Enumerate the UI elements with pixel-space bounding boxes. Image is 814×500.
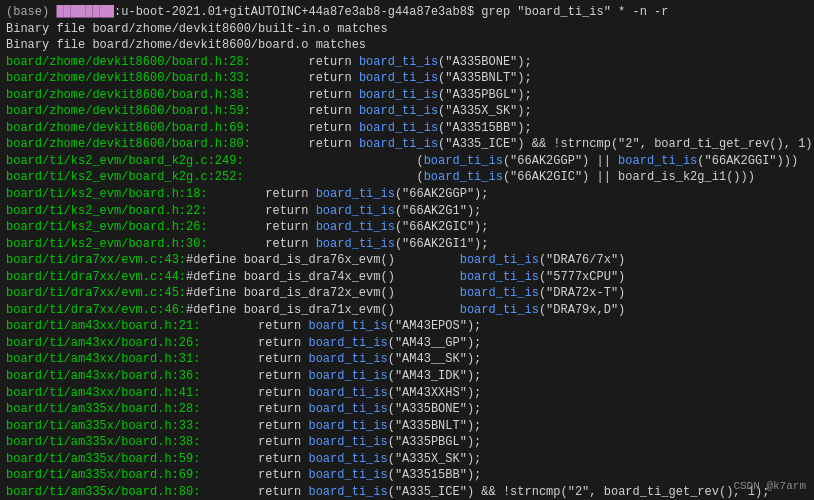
code-line-10: board/ti/ks2_evm/board.h:22: return boar…	[6, 203, 808, 220]
binary-line-2: Binary file board/zhome/devkit8600/board…	[6, 37, 808, 54]
terminal: (base) ████████:u-boot-2021.01+gitAUTOIN…	[0, 0, 814, 500]
code-line-25: board/ti/am335x/board.h:59: return board…	[6, 451, 808, 468]
prompt-line: (base) ████████:u-boot-2021.01+gitAUTOIN…	[6, 4, 808, 21]
code-line-4: board/zhome/devkit8600/board.h:59: retur…	[6, 103, 808, 120]
code-line-13: board/ti/dra7xx/evm.c:43:#define board_i…	[6, 252, 808, 269]
code-line-19: board/ti/am43xx/board.h:31: return board…	[6, 351, 808, 368]
code-line-5: board/zhome/devkit8600/board.h:69: retur…	[6, 120, 808, 137]
binary-line-1: Binary file board/zhome/devkit8600/built…	[6, 21, 808, 38]
code-line-16: board/ti/dra7xx/evm.c:46:#define board_i…	[6, 302, 808, 319]
code-line-24: board/ti/am335x/board.h:38: return board…	[6, 434, 808, 451]
code-line-8: board/ti/ks2_evm/board_k2g.c:252: (board…	[6, 169, 808, 186]
code-line-3: board/zhome/devkit8600/board.h:38: retur…	[6, 87, 808, 104]
code-line-26: board/ti/am335x/board.h:69: return board…	[6, 467, 808, 484]
prompt-user: ████████	[56, 4, 114, 21]
code-line-12: board/ti/ks2_evm/board.h:30: return boar…	[6, 236, 808, 253]
code-line-6: board/zhome/devkit8600/board.h:80: retur…	[6, 136, 808, 153]
code-line-23: board/ti/am335x/board.h:33: return board…	[6, 418, 808, 435]
code-line-1: board/zhome/devkit8600/board.h:28: retur…	[6, 54, 808, 71]
code-line-2: board/zhome/devkit8600/board.h:33: retur…	[6, 70, 808, 87]
code-line-22: board/ti/am335x/board.h:28: return board…	[6, 401, 808, 418]
code-line-14: board/ti/dra7xx/evm.c:44:#define board_i…	[6, 269, 808, 286]
code-line-20: board/ti/am43xx/board.h:36: return board…	[6, 368, 808, 385]
code-line-9: board/ti/ks2_evm/board.h:18: return boar…	[6, 186, 808, 203]
code-line-15: board/ti/dra7xx/evm.c:45:#define board_i…	[6, 285, 808, 302]
watermark: CSDN @k7arm	[733, 480, 806, 492]
code-line-7: board/ti/ks2_evm/board_k2g.c:249: (board…	[6, 153, 808, 170]
code-line-17: board/ti/am43xx/board.h:21: return board…	[6, 318, 808, 335]
base-env: (base)	[6, 4, 56, 21]
code-line-11: board/ti/ks2_evm/board.h:26: return boar…	[6, 219, 808, 236]
code-line-21: board/ti/am43xx/board.h:41: return board…	[6, 385, 808, 402]
code-line-18: board/ti/am43xx/board.h:26: return board…	[6, 335, 808, 352]
code-line-27: board/ti/am335x/board.h:80: return board…	[6, 484, 808, 500]
